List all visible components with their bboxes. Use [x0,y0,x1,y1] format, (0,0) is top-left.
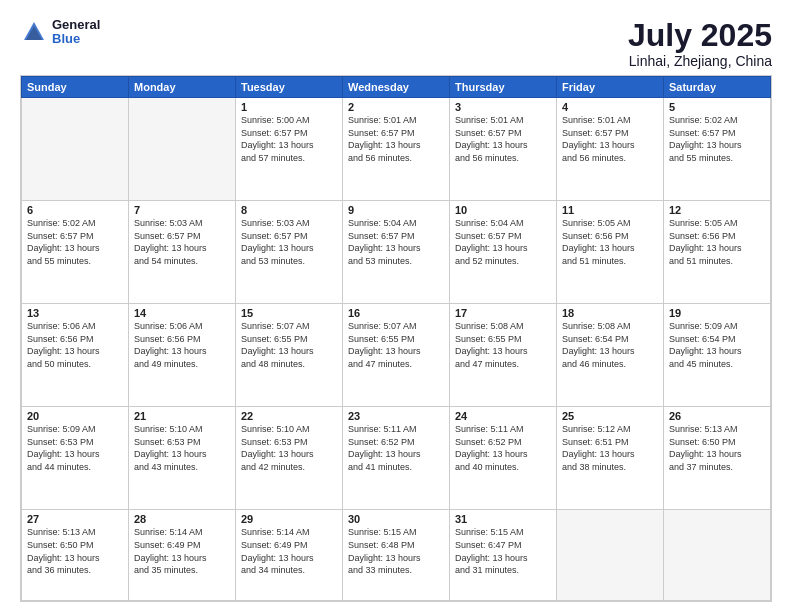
day-detail: Sunrise: 5:09 AMSunset: 6:53 PMDaylight:… [27,423,123,473]
day-detail: Sunrise: 5:10 AMSunset: 6:53 PMDaylight:… [241,423,337,473]
day-number: 26 [669,410,765,422]
calendar-body: 1Sunrise: 5:00 AMSunset: 6:57 PMDaylight… [22,98,771,601]
calendar-cell [557,510,664,601]
day-detail: Sunrise: 5:13 AMSunset: 6:50 PMDaylight:… [27,526,123,576]
calendar-table: SundayMondayTuesdayWednesdayThursdayFrid… [21,76,771,601]
day-number: 7 [134,204,230,216]
calendar-cell: 19Sunrise: 5:09 AMSunset: 6:54 PMDayligh… [664,304,771,407]
day-detail: Sunrise: 5:14 AMSunset: 6:49 PMDaylight:… [241,526,337,576]
calendar-cell: 5Sunrise: 5:02 AMSunset: 6:57 PMDaylight… [664,98,771,201]
calendar-cell: 22Sunrise: 5:10 AMSunset: 6:53 PMDayligh… [236,407,343,510]
day-number: 20 [27,410,123,422]
calendar-cell: 10Sunrise: 5:04 AMSunset: 6:57 PMDayligh… [450,201,557,304]
calendar-cell: 28Sunrise: 5:14 AMSunset: 6:49 PMDayligh… [129,510,236,601]
weekday-header-saturday: Saturday [664,77,771,98]
logo: General Blue [20,18,100,47]
calendar-cell: 18Sunrise: 5:08 AMSunset: 6:54 PMDayligh… [557,304,664,407]
day-number: 11 [562,204,658,216]
day-detail: Sunrise: 5:12 AMSunset: 6:51 PMDaylight:… [562,423,658,473]
calendar-cell: 25Sunrise: 5:12 AMSunset: 6:51 PMDayligh… [557,407,664,510]
day-number: 14 [134,307,230,319]
day-detail: Sunrise: 5:06 AMSunset: 6:56 PMDaylight:… [134,320,230,370]
day-number: 27 [27,513,123,525]
calendar-cell: 21Sunrise: 5:10 AMSunset: 6:53 PMDayligh… [129,407,236,510]
calendar-header: SundayMondayTuesdayWednesdayThursdayFrid… [22,77,771,98]
day-detail: Sunrise: 5:07 AMSunset: 6:55 PMDaylight:… [241,320,337,370]
logo-icon [20,18,48,46]
calendar-week-5: 27Sunrise: 5:13 AMSunset: 6:50 PMDayligh… [22,510,771,601]
weekday-header-friday: Friday [557,77,664,98]
calendar-cell [129,98,236,201]
day-detail: Sunrise: 5:04 AMSunset: 6:57 PMDaylight:… [455,217,551,267]
calendar-cell: 20Sunrise: 5:09 AMSunset: 6:53 PMDayligh… [22,407,129,510]
day-number: 28 [134,513,230,525]
day-detail: Sunrise: 5:01 AMSunset: 6:57 PMDaylight:… [455,114,551,164]
day-detail: Sunrise: 5:13 AMSunset: 6:50 PMDaylight:… [669,423,765,473]
calendar-cell: 9Sunrise: 5:04 AMSunset: 6:57 PMDaylight… [343,201,450,304]
day-detail: Sunrise: 5:01 AMSunset: 6:57 PMDaylight:… [562,114,658,164]
day-number: 29 [241,513,337,525]
day-number: 9 [348,204,444,216]
day-number: 19 [669,307,765,319]
day-number: 23 [348,410,444,422]
day-detail: Sunrise: 5:01 AMSunset: 6:57 PMDaylight:… [348,114,444,164]
day-detail: Sunrise: 5:14 AMSunset: 6:49 PMDaylight:… [134,526,230,576]
calendar-cell: 3Sunrise: 5:01 AMSunset: 6:57 PMDaylight… [450,98,557,201]
weekday-row: SundayMondayTuesdayWednesdayThursdayFrid… [22,77,771,98]
calendar-cell: 15Sunrise: 5:07 AMSunset: 6:55 PMDayligh… [236,304,343,407]
header: General Blue July 2025 Linhai, Zhejiang,… [20,18,772,69]
day-number: 3 [455,101,551,113]
calendar-week-1: 1Sunrise: 5:00 AMSunset: 6:57 PMDaylight… [22,98,771,201]
day-detail: Sunrise: 5:05 AMSunset: 6:56 PMDaylight:… [562,217,658,267]
day-number: 5 [669,101,765,113]
day-detail: Sunrise: 5:08 AMSunset: 6:55 PMDaylight:… [455,320,551,370]
day-number: 8 [241,204,337,216]
calendar-cell: 13Sunrise: 5:06 AMSunset: 6:56 PMDayligh… [22,304,129,407]
day-detail: Sunrise: 5:09 AMSunset: 6:54 PMDaylight:… [669,320,765,370]
calendar-cell: 11Sunrise: 5:05 AMSunset: 6:56 PMDayligh… [557,201,664,304]
day-detail: Sunrise: 5:03 AMSunset: 6:57 PMDaylight:… [241,217,337,267]
day-detail: Sunrise: 5:10 AMSunset: 6:53 PMDaylight:… [134,423,230,473]
day-number: 15 [241,307,337,319]
calendar-cell: 2Sunrise: 5:01 AMSunset: 6:57 PMDaylight… [343,98,450,201]
page: General Blue July 2025 Linhai, Zhejiang,… [0,0,792,612]
calendar-cell: 30Sunrise: 5:15 AMSunset: 6:48 PMDayligh… [343,510,450,601]
day-detail: Sunrise: 5:11 AMSunset: 6:52 PMDaylight:… [348,423,444,473]
calendar-week-2: 6Sunrise: 5:02 AMSunset: 6:57 PMDaylight… [22,201,771,304]
day-detail: Sunrise: 5:03 AMSunset: 6:57 PMDaylight:… [134,217,230,267]
calendar-cell: 1Sunrise: 5:00 AMSunset: 6:57 PMDaylight… [236,98,343,201]
day-detail: Sunrise: 5:15 AMSunset: 6:48 PMDaylight:… [348,526,444,576]
day-number: 24 [455,410,551,422]
logo-general-text: General [52,18,100,32]
day-number: 2 [348,101,444,113]
calendar-cell: 8Sunrise: 5:03 AMSunset: 6:57 PMDaylight… [236,201,343,304]
calendar-cell: 7Sunrise: 5:03 AMSunset: 6:57 PMDaylight… [129,201,236,304]
day-detail: Sunrise: 5:07 AMSunset: 6:55 PMDaylight:… [348,320,444,370]
day-number: 1 [241,101,337,113]
title-location: Linhai, Zhejiang, China [628,53,772,69]
day-detail: Sunrise: 5:00 AMSunset: 6:57 PMDaylight:… [241,114,337,164]
day-detail: Sunrise: 5:08 AMSunset: 6:54 PMDaylight:… [562,320,658,370]
calendar-cell: 31Sunrise: 5:15 AMSunset: 6:47 PMDayligh… [450,510,557,601]
day-detail: Sunrise: 5:05 AMSunset: 6:56 PMDaylight:… [669,217,765,267]
day-detail: Sunrise: 5:02 AMSunset: 6:57 PMDaylight:… [669,114,765,164]
calendar-cell: 24Sunrise: 5:11 AMSunset: 6:52 PMDayligh… [450,407,557,510]
day-number: 12 [669,204,765,216]
day-number: 25 [562,410,658,422]
logo-blue-text: Blue [52,32,100,46]
day-number: 30 [348,513,444,525]
title-block: July 2025 Linhai, Zhejiang, China [628,18,772,69]
calendar-cell [22,98,129,201]
day-number: 17 [455,307,551,319]
calendar-cell: 4Sunrise: 5:01 AMSunset: 6:57 PMDaylight… [557,98,664,201]
calendar: SundayMondayTuesdayWednesdayThursdayFrid… [20,75,772,602]
day-detail: Sunrise: 5:06 AMSunset: 6:56 PMDaylight:… [27,320,123,370]
calendar-cell: 17Sunrise: 5:08 AMSunset: 6:55 PMDayligh… [450,304,557,407]
weekday-header-tuesday: Tuesday [236,77,343,98]
day-number: 21 [134,410,230,422]
day-number: 13 [27,307,123,319]
calendar-cell: 14Sunrise: 5:06 AMSunset: 6:56 PMDayligh… [129,304,236,407]
day-number: 4 [562,101,658,113]
weekday-header-sunday: Sunday [22,77,129,98]
calendar-week-4: 20Sunrise: 5:09 AMSunset: 6:53 PMDayligh… [22,407,771,510]
